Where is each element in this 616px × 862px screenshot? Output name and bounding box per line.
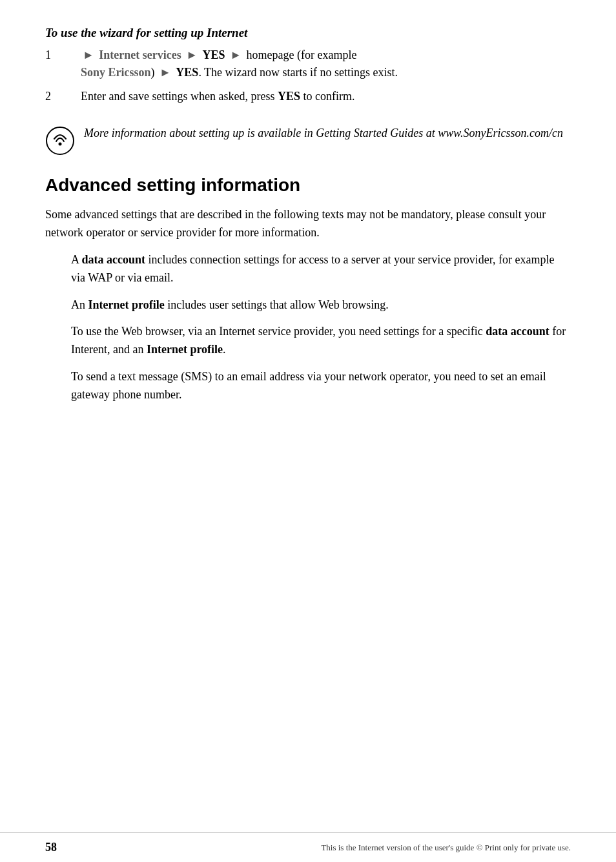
arrow-icon: ► [83, 48, 94, 61]
wizard-section: To use the wizard for setting up Interne… [45, 26, 571, 105]
yes-label-2: YES [176, 66, 198, 79]
sony-ericsson-label: Sony Ericsson [81, 66, 151, 79]
info-text: More information about setting up is ava… [84, 125, 563, 142]
arrow-icon-3: ► [230, 48, 244, 61]
yes-label-3: YES [278, 90, 300, 103]
steps-list: 1 ► Internet services ► YES ► homepage (… [45, 46, 571, 105]
step-2-content: Enter and save settings when asked, pres… [81, 88, 571, 105]
para-5: To send a text message (SMS) to an email… [71, 368, 571, 404]
yes-label-1: YES [203, 48, 225, 61]
footer-inner: 58 This is the Internet version of the u… [45, 841, 571, 854]
info-box: More information about setting up is ava… [45, 125, 571, 156]
svg-point-0 [46, 127, 74, 154]
advanced-title: Advanced setting information [45, 175, 571, 196]
step-number: 1 [45, 46, 81, 64]
term-internet-profile-2: Internet profile [147, 343, 223, 356]
footer-note: This is the Internet version of the user… [321, 843, 571, 853]
page-footer: 58 This is the Internet version of the u… [0, 832, 616, 862]
arrow-icon-2: ► [186, 48, 200, 61]
info-icon [45, 126, 75, 156]
term-internet-profile: Internet profile [88, 298, 165, 311]
term-data-account: data account [82, 253, 146, 266]
list-item: 2 Enter and save settings when asked, pr… [45, 88, 571, 105]
arrow-icon-4: ► [159, 66, 174, 79]
para-2: A data account includes connection setti… [71, 251, 571, 287]
page-content: To use the wizard for setting up Interne… [0, 0, 616, 465]
menu-item-internet-services: Internet services [99, 48, 181, 61]
para-1: Some advanced settings that are describe… [45, 206, 571, 242]
step-1-content: ► Internet services ► YES ► homepage (fo… [81, 46, 571, 81]
step-number-2: 2 [45, 88, 81, 105]
term-data-account-2: data account [486, 325, 549, 338]
para-3: An Internet profile includes user settin… [71, 296, 571, 314]
page-number: 58 [45, 841, 57, 854]
list-item: 1 ► Internet services ► YES ► homepage (… [45, 46, 571, 81]
wizard-title: To use the wizard for setting up Interne… [45, 26, 571, 40]
svg-point-1 [59, 143, 62, 146]
para-4: To use the Web browser, via an Internet … [71, 323, 571, 359]
advanced-section: Advanced setting information Some advanc… [45, 175, 571, 404]
